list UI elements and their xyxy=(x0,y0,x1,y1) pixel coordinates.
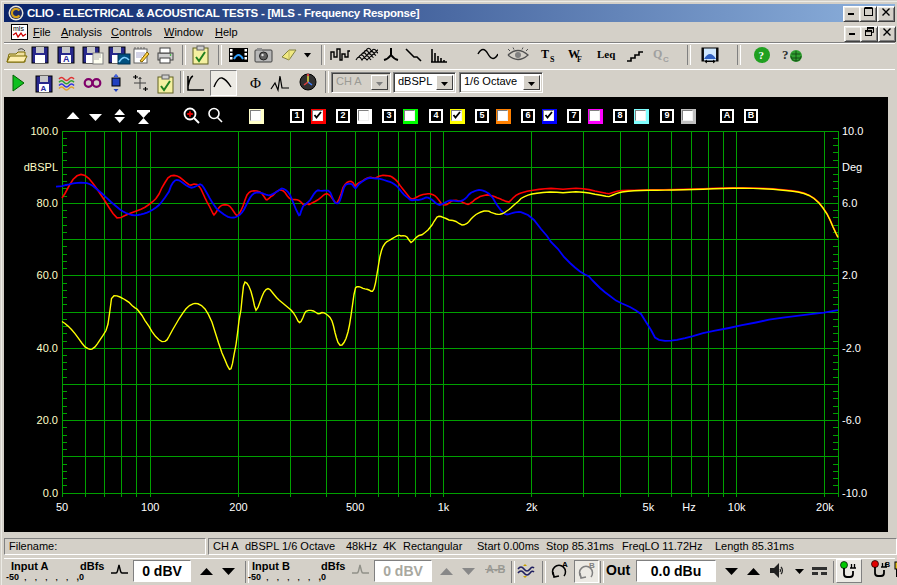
svg-text:A: A xyxy=(41,84,47,93)
svg-text:Leq: Leq xyxy=(597,48,616,60)
svg-text:T: T xyxy=(541,47,549,61)
svg-text:B: B xyxy=(885,561,890,568)
svg-text:C: C xyxy=(663,55,669,64)
svg-text:A: A xyxy=(562,560,568,569)
svg-text:mls: mls xyxy=(13,25,24,32)
svg-text:S: S xyxy=(550,55,555,64)
svg-text:?: ? xyxy=(759,49,765,61)
svg-text:F: F xyxy=(577,55,582,64)
svg-text:?: ? xyxy=(782,47,789,62)
svg-text:Φ: Φ xyxy=(250,75,261,91)
svg-text:B: B xyxy=(589,561,595,570)
svg-text:Q: Q xyxy=(653,47,662,61)
svg-text:A: A xyxy=(63,54,70,64)
